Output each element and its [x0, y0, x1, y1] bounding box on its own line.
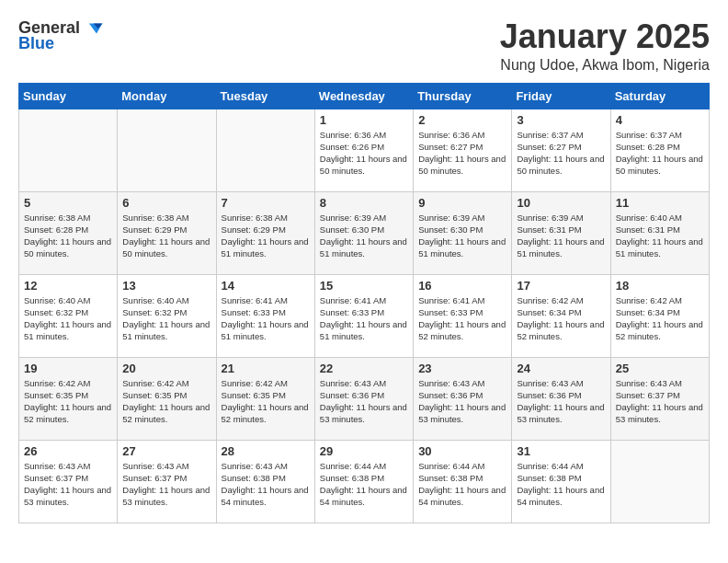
day-info: Sunrise: 6:42 AMSunset: 6:34 PMDaylight:… [616, 294, 704, 343]
day-cell: 17 Sunrise: 6:42 AMSunset: 6:34 PMDaylig… [512, 274, 610, 357]
day-cell: 3 Sunrise: 6:37 AMSunset: 6:27 PMDayligh… [512, 109, 610, 191]
col-header-friday: Friday [512, 83, 610, 109]
day-number: 31 [517, 444, 605, 458]
day-cell: 4 Sunrise: 6:37 AMSunset: 6:28 PMDayligh… [610, 109, 709, 191]
logo-blue: Blue [18, 34, 54, 53]
day-info: Sunrise: 6:39 AMSunset: 6:30 PMDaylight:… [320, 212, 408, 260]
month-year: January 2025 [500, 18, 710, 55]
day-number: 27 [122, 444, 210, 458]
day-info: Sunrise: 6:42 AMSunset: 6:34 PMDaylight:… [517, 294, 605, 343]
day-number: 6 [122, 196, 210, 210]
day-info: Sunrise: 6:43 AMSunset: 6:36 PMDaylight:… [320, 377, 408, 426]
day-cell [19, 109, 118, 191]
week-row-3: 12 Sunrise: 6:40 AMSunset: 6:32 PMDaylig… [19, 274, 710, 357]
day-info: Sunrise: 6:41 AMSunset: 6:33 PMDaylight:… [418, 294, 506, 343]
week-row-5: 26 Sunrise: 6:43 AMSunset: 6:37 PMDaylig… [19, 440, 710, 523]
calendar-table: SundayMondayTuesdayWednesdayThursdayFrid… [18, 83, 710, 523]
day-number: 28 [222, 444, 310, 458]
day-cell: 22 Sunrise: 6:43 AMSunset: 6:36 PMDaylig… [314, 357, 413, 440]
day-number: 19 [24, 362, 112, 375]
day-cell: 5 Sunrise: 6:38 AMSunset: 6:28 PMDayligh… [19, 191, 118, 274]
day-number: 11 [616, 196, 704, 210]
day-cell: 8 Sunrise: 6:39 AMSunset: 6:30 PMDayligh… [314, 191, 413, 274]
week-row-4: 19 Sunrise: 6:42 AMSunset: 6:35 PMDaylig… [19, 357, 710, 440]
title-area: January 2025 Nung Udoe, Akwa Ibom, Niger… [500, 18, 710, 74]
day-info: Sunrise: 6:40 AMSunset: 6:32 PMDaylight:… [24, 294, 112, 343]
day-info: Sunrise: 6:43 AMSunset: 6:36 PMDaylight:… [418, 377, 506, 426]
day-cell [216, 109, 314, 191]
day-number: 5 [24, 196, 112, 210]
day-number: 9 [418, 196, 506, 210]
day-info: Sunrise: 6:44 AMSunset: 6:38 PMDaylight:… [320, 460, 408, 509]
day-number: 14 [222, 279, 310, 293]
day-info: Sunrise: 6:43 AMSunset: 6:37 PMDaylight:… [122, 460, 210, 509]
day-cell: 31 Sunrise: 6:44 AMSunset: 6:38 PMDaylig… [512, 440, 610, 523]
week-row-1: 1 Sunrise: 6:36 AMSunset: 6:26 PMDayligh… [19, 109, 710, 191]
day-info: Sunrise: 6:44 AMSunset: 6:38 PMDaylight:… [418, 460, 506, 509]
day-number: 25 [616, 362, 704, 375]
day-cell [118, 109, 216, 191]
day-info: Sunrise: 6:44 AMSunset: 6:38 PMDaylight:… [517, 460, 605, 509]
day-info: Sunrise: 6:41 AMSunset: 6:33 PMDaylight:… [222, 294, 310, 343]
day-info: Sunrise: 6:37 AMSunset: 6:27 PMDaylight:… [517, 129, 605, 178]
day-cell: 21 Sunrise: 6:42 AMSunset: 6:35 PMDaylig… [216, 357, 314, 440]
header-row: SundayMondayTuesdayWednesdayThursdayFrid… [19, 83, 710, 109]
day-number: 22 [320, 362, 408, 375]
day-info: Sunrise: 6:42 AMSunset: 6:35 PMDaylight:… [24, 377, 112, 426]
day-number: 23 [418, 362, 506, 375]
day-info: Sunrise: 6:42 AMSunset: 6:35 PMDaylight:… [222, 377, 310, 426]
day-info: Sunrise: 6:41 AMSunset: 6:33 PMDaylight:… [320, 294, 408, 343]
day-number: 26 [24, 444, 112, 458]
day-number: 3 [517, 113, 605, 127]
day-info: Sunrise: 6:40 AMSunset: 6:31 PMDaylight:… [616, 212, 704, 260]
logo-icon [82, 19, 104, 38]
day-cell: 24 Sunrise: 6:43 AMSunset: 6:36 PMDaylig… [512, 357, 610, 440]
logo: General Blue [18, 18, 104, 53]
day-cell: 11 Sunrise: 6:40 AMSunset: 6:31 PMDaylig… [610, 191, 709, 274]
day-cell: 29 Sunrise: 6:44 AMSunset: 6:38 PMDaylig… [314, 440, 413, 523]
day-info: Sunrise: 6:42 AMSunset: 6:35 PMDaylight:… [122, 377, 210, 426]
day-info: Sunrise: 6:37 AMSunset: 6:28 PMDaylight:… [616, 129, 704, 178]
day-number: 20 [122, 362, 210, 375]
col-header-saturday: Saturday [610, 83, 709, 109]
day-number: 21 [222, 362, 310, 375]
day-info: Sunrise: 6:36 AMSunset: 6:26 PMDaylight:… [320, 129, 408, 178]
day-cell: 9 Sunrise: 6:39 AMSunset: 6:30 PMDayligh… [414, 191, 512, 274]
day-number: 15 [320, 279, 408, 293]
day-number: 10 [517, 196, 605, 210]
day-cell: 28 Sunrise: 6:43 AMSunset: 6:38 PMDaylig… [216, 440, 314, 523]
day-info: Sunrise: 6:38 AMSunset: 6:29 PMDaylight:… [122, 212, 210, 260]
day-cell: 6 Sunrise: 6:38 AMSunset: 6:29 PMDayligh… [118, 191, 216, 274]
day-info: Sunrise: 6:43 AMSunset: 6:36 PMDaylight:… [517, 377, 605, 426]
day-info: Sunrise: 6:43 AMSunset: 6:37 PMDaylight:… [616, 377, 704, 426]
col-header-tuesday: Tuesday [216, 83, 314, 109]
day-number: 16 [418, 279, 506, 293]
day-number: 8 [320, 196, 408, 210]
day-info: Sunrise: 6:43 AMSunset: 6:37 PMDaylight:… [24, 460, 112, 509]
day-cell: 26 Sunrise: 6:43 AMSunset: 6:37 PMDaylig… [19, 440, 118, 523]
day-cell: 18 Sunrise: 6:42 AMSunset: 6:34 PMDaylig… [610, 274, 709, 357]
day-cell: 19 Sunrise: 6:42 AMSunset: 6:35 PMDaylig… [19, 357, 118, 440]
week-row-2: 5 Sunrise: 6:38 AMSunset: 6:28 PMDayligh… [19, 191, 710, 274]
day-number: 12 [24, 279, 112, 293]
day-info: Sunrise: 6:43 AMSunset: 6:38 PMDaylight:… [222, 460, 310, 509]
day-cell: 15 Sunrise: 6:41 AMSunset: 6:33 PMDaylig… [314, 274, 413, 357]
day-number: 30 [418, 444, 506, 458]
col-header-sunday: Sunday [19, 83, 118, 109]
day-info: Sunrise: 6:36 AMSunset: 6:27 PMDaylight:… [418, 129, 506, 178]
col-header-monday: Monday [118, 83, 216, 109]
day-number: 1 [320, 113, 408, 127]
day-cell: 20 Sunrise: 6:42 AMSunset: 6:35 PMDaylig… [118, 357, 216, 440]
day-info: Sunrise: 6:40 AMSunset: 6:32 PMDaylight:… [122, 294, 210, 343]
day-cell: 7 Sunrise: 6:38 AMSunset: 6:29 PMDayligh… [216, 191, 314, 274]
day-cell: 23 Sunrise: 6:43 AMSunset: 6:36 PMDaylig… [414, 357, 512, 440]
col-header-thursday: Thursday [414, 83, 512, 109]
day-cell: 14 Sunrise: 6:41 AMSunset: 6:33 PMDaylig… [216, 274, 314, 357]
day-number: 29 [320, 444, 408, 458]
day-info: Sunrise: 6:38 AMSunset: 6:28 PMDaylight:… [24, 212, 112, 260]
day-info: Sunrise: 6:39 AMSunset: 6:31 PMDaylight:… [517, 212, 605, 260]
day-cell: 30 Sunrise: 6:44 AMSunset: 6:38 PMDaylig… [414, 440, 512, 523]
day-number: 7 [222, 196, 310, 210]
day-number: 2 [418, 113, 506, 127]
day-cell: 10 Sunrise: 6:39 AMSunset: 6:31 PMDaylig… [512, 191, 610, 274]
